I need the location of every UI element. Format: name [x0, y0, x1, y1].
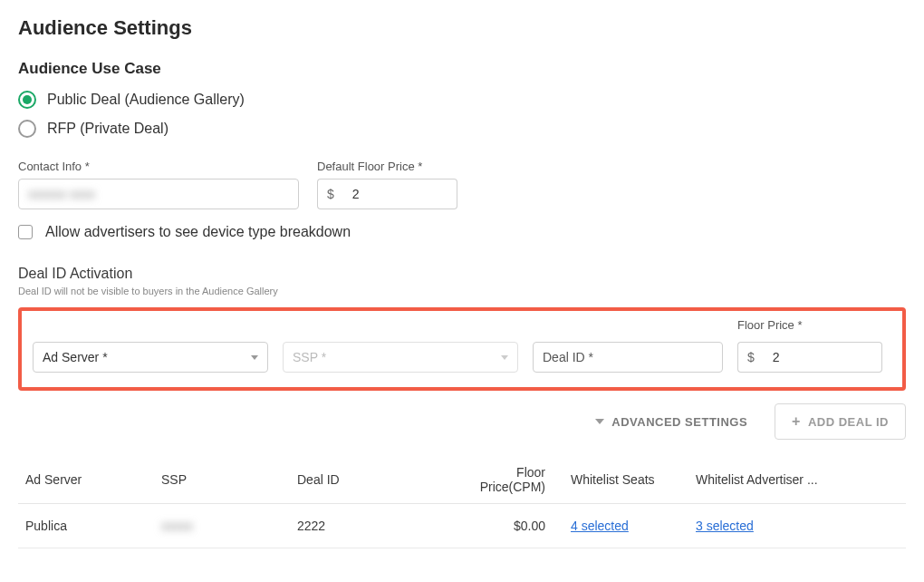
whitelist-seats-link[interactable]: 4 selected	[571, 519, 629, 533]
currency-symbol: $	[317, 179, 343, 209]
advanced-settings-toggle[interactable]: ADVANCED SETTINGS	[595, 415, 747, 429]
col-deal-id: Deal ID	[290, 456, 444, 504]
radio-rfp-private-deal[interactable]: RFP (Private Deal)	[18, 120, 906, 138]
spacer	[283, 318, 518, 336]
radio-dot-icon	[18, 91, 36, 109]
use-case-radio-group: Public Deal (Audience Gallery) RFP (Priv…	[18, 91, 906, 138]
spacer	[533, 318, 723, 336]
col-whitelist-adv: Whitelist Advertiser ...	[688, 456, 906, 504]
deal-id-input[interactable]: Deal ID *	[533, 342, 723, 373]
radio-public-deal[interactable]: Public Deal (Audience Gallery)	[18, 91, 906, 109]
cell-ad-server: Publica	[18, 504, 154, 548]
use-case-heading: Audience Use Case	[18, 60, 906, 78]
deal-id-placeholder: Deal ID *	[543, 350, 593, 364]
table-row: Publica xxxxx 2222 $0.00 4 selected 3 se…	[18, 504, 906, 548]
floor-price-value: 2	[764, 342, 882, 373]
contact-info-input[interactable]: xxxxxx xxxx	[18, 179, 299, 209]
checkbox-label: Allow advertisers to see device type bre…	[45, 224, 351, 240]
floor-price-input[interactable]: $ 2	[737, 342, 882, 373]
cell-floor-price: $0.00	[444, 504, 553, 548]
col-floor-price: Floor Price(CPM)	[444, 456, 553, 504]
currency-symbol: $	[737, 342, 764, 373]
plus-icon: +	[792, 414, 801, 429]
ad-server-placeholder: Ad Server *	[43, 350, 108, 364]
chevron-down-icon	[251, 355, 258, 360]
ssp-placeholder: SSP *	[293, 350, 326, 364]
chevron-down-icon	[501, 355, 508, 360]
new-deal-highlight-box: Ad Server * SSP * Deal ID * Floor Price …	[18, 307, 906, 391]
whitelist-adv-link[interactable]: 3 selected	[696, 519, 754, 533]
cell-ssp: xxxxx	[154, 504, 290, 548]
add-deal-id-label: ADD DEAL ID	[808, 415, 889, 429]
advanced-settings-label: ADVANCED SETTINGS	[611, 415, 747, 429]
ssp-select[interactable]: SSP *	[283, 342, 518, 373]
radio-dot-icon	[18, 120, 36, 138]
default-floor-label: Default Floor Price *	[317, 160, 457, 173]
spacer	[33, 318, 268, 336]
contact-info-label: Contact Info *	[18, 160, 299, 173]
table-header-row: Ad Server SSP Deal ID Floor Price(CPM) W…	[18, 456, 906, 504]
default-floor-value: 2	[343, 179, 457, 209]
col-whitelist-seats: Whitelist Seats	[553, 456, 688, 504]
col-ad-server: Ad Server	[18, 456, 154, 504]
radio-label: Public Deal (Audience Gallery)	[47, 92, 245, 108]
ad-server-select[interactable]: Ad Server *	[33, 342, 268, 373]
col-ssp: SSP	[154, 456, 290, 504]
deal-id-helper-text: Deal ID will not be visible to buyers in…	[18, 286, 906, 296]
allow-device-breakdown-checkbox[interactable]: Allow advertisers to see device type bre…	[18, 224, 906, 240]
chevron-down-icon	[595, 419, 604, 424]
cell-whitelist-seats: 4 selected	[553, 504, 688, 548]
floor-price-label: Floor Price *	[737, 318, 882, 336]
page-title: Audience Settings	[18, 16, 906, 40]
cell-whitelist-adv: 3 selected	[688, 504, 906, 548]
contact-info-value: xxxxxx xxxx	[28, 187, 95, 201]
add-deal-id-button[interactable]: + ADD DEAL ID	[775, 403, 906, 440]
radio-label: RFP (Private Deal)	[47, 121, 168, 137]
checkbox-box-icon	[18, 225, 33, 239]
deal-id-activation-heading: Deal ID Activation	[18, 266, 906, 282]
deal-table: Ad Server SSP Deal ID Floor Price(CPM) W…	[18, 456, 906, 548]
default-floor-input[interactable]: $ 2	[317, 179, 457, 209]
cell-deal-id: 2222	[290, 504, 444, 548]
